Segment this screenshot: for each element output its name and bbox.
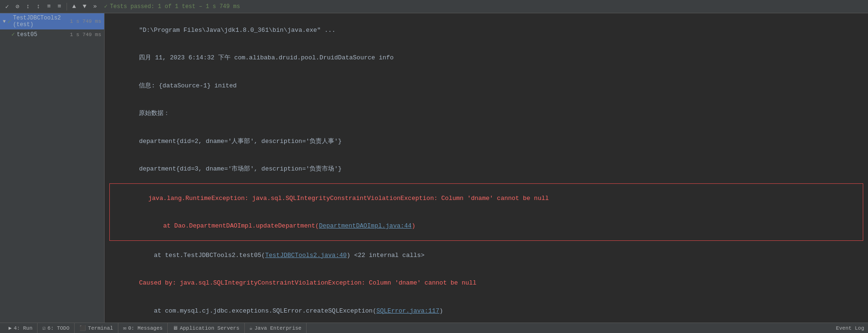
terminal-icon: ⬛ [79,325,86,331]
console-line-1: "D:\Program Files\Java\jdk1.8.0_361\bin\… [109,16,863,44]
more-icon[interactable]: » [91,2,99,11]
event-log-label[interactable]: Event Log [836,325,864,331]
run-label: 4: Run [14,325,33,331]
console-line-2: 四月 11, 2023 6:14:32 下午 com.alibaba.druid… [109,44,863,72]
test-status-text: Tests passed: 1 of 1 test – 1 s 749 ms [110,3,240,10]
messages-label: 0: Messages [128,325,163,331]
tree-parent-time: 1 s 749 ms [70,19,101,24]
stack-link-1[interactable]: SQLError.java:117 [376,307,440,314]
toggle-expand-icon[interactable]: ≡ [45,2,53,11]
caused-line-1: Caused by: java.sql.SQLIntegrityConstrai… [109,269,863,297]
tree-item-child[interactable]: ✓ test05 1 s 749 ms [0,29,104,39]
status-bar: ▶ 4: Run ☑ 6: TODO ⬛ Terminal ✉ 0: Messa… [0,323,868,333]
app-servers-icon: 🖥 [173,325,178,331]
test-status-check: ✓ [104,3,107,10]
java-enterprise-label: Java Enterprise [254,325,301,331]
tab-app-servers[interactable]: 🖥 Application Servers [168,323,244,333]
tree-child-time: 1 s 749 ms [70,32,101,38]
tree-item-parent[interactable]: ▼ ✓ TestJDBCTools2 (test) 1 s 749 ms [0,13,104,29]
error-line-1: java.lang.RuntimeException: java.sql.SQL… [111,184,861,212]
stop-icon[interactable]: ⊘ [13,2,22,11]
tab-run[interactable]: ▶ 4: Run [4,323,38,333]
expand-icon: ▼ [3,19,6,24]
error-line-2: at Dao.DepartmentDAOImpl.updateDepartmen… [111,212,861,240]
status-bar-right: Event Log [836,325,864,331]
app-servers-label: Application Servers [180,325,239,331]
tab-todo[interactable]: ☑ 6: TODO [38,323,75,333]
console-line-3: 信息: {dataSource-1} inited [109,72,863,100]
console-output[interactable]: "D:\Program Files\Java\jdk1.8.0_361\bin\… [105,13,868,323]
error-block: java.lang.RuntimeException: java.sql.SQL… [109,183,863,241]
messages-icon: ✉ [123,325,126,331]
filter-icon[interactable]: ≡ [55,2,64,11]
error-link-3[interactable]: TestJDBCTools2.java:40 [265,252,347,259]
tree-parent-label: TestJDBCTools2 (test) [13,15,68,28]
console-line-4: 原始数据： [109,100,863,128]
rerun-icon[interactable]: ↕ [24,2,32,11]
main-area: ▼ ✓ TestJDBCTools2 (test) 1 s 749 ms ✓ t… [0,13,868,323]
scroll-down-icon[interactable]: ▼ [80,2,89,11]
test-tree: ▼ ✓ TestJDBCTools2 (test) 1 s 749 ms ✓ t… [0,13,104,323]
tree-child-label: test05 [17,31,37,38]
toolbar: ✓ ⊘ ↕ ↕ ≡ ≡ ▲ ▼ » ✓ Tests passed: 1 of 1… [0,0,868,13]
todo-icon: ☑ [42,325,46,331]
run-icon: ▶ [9,325,12,331]
stack-line-1: at com.mysql.cj.jdbc.exceptions.SQLError… [109,297,863,323]
console-line-5: department{did=2, dname='人事部', descripti… [109,127,863,155]
check-icon[interactable]: ✓ [3,2,11,11]
terminal-label: Terminal [88,325,113,331]
check-icon-child: ✓ [11,31,15,38]
tab-messages[interactable]: ✉ 0: Messages [118,323,168,333]
console-line-6: department{did=3, dname='市场部', descripti… [109,155,863,183]
scroll-up-icon[interactable]: ▲ [70,2,78,11]
separator1 [67,3,67,10]
test-status: ✓ Tests passed: 1 of 1 test – 1 s 749 ms [104,3,240,10]
left-panel: ▼ ✓ TestJDBCTools2 (test) 1 s 749 ms ✓ t… [0,13,105,323]
check-icon-parent: ✓ [8,18,11,25]
tab-java-enterprise[interactable]: ☕ Java Enterprise [245,323,307,333]
error-line-3: at test.TestJDBCTools2.test05(TestJDBCTo… [109,241,863,269]
rerun-failed-icon[interactable]: ↕ [34,2,43,11]
java-enterprise-icon: ☕ [250,325,253,331]
error-link-2[interactable]: DepartmentDAOImpl.java:44 [319,222,412,229]
tab-terminal[interactable]: ⬛ Terminal [75,323,118,333]
todo-label: 6: TODO [48,325,69,331]
right-panel: "D:\Program Files\Java\jdk1.8.0_361\bin\… [105,13,868,323]
